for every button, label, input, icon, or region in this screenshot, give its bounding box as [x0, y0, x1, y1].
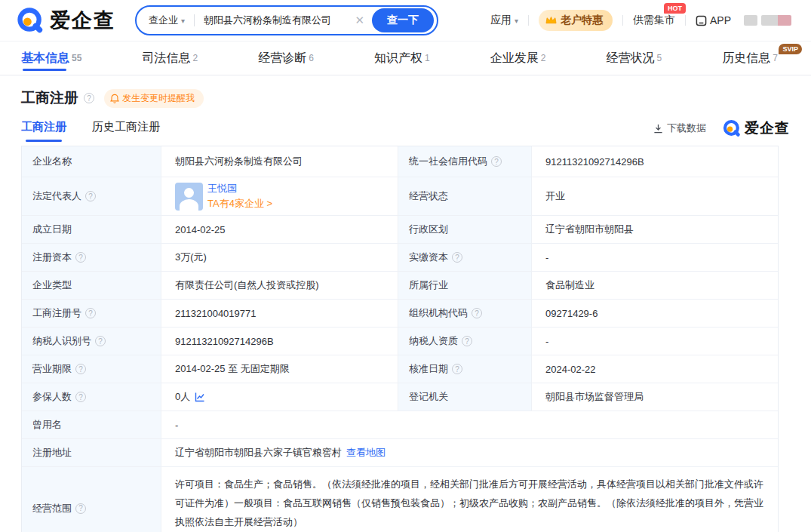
change-reminder-button[interactable]: 发生变更时提醒我	[104, 89, 204, 108]
related-companies-link[interactable]: TA有4家企业 >	[207, 197, 272, 211]
page-title: 工商注册	[21, 88, 78, 108]
chevron-down-icon: ▾	[515, 17, 518, 25]
trend-chart-icon[interactable]	[195, 392, 205, 402]
header-nav: 应用 ▾ 老户特惠 供需集市 HOT APP	[490, 10, 791, 31]
field-label: 核准日期?	[398, 355, 532, 383]
help-icon[interactable]: ?	[75, 392, 86, 402]
field-label: 纳税人资质?	[398, 328, 532, 355]
nav-app-label: APP	[710, 14, 731, 26]
tab-label: 知识产权	[374, 51, 422, 66]
help-icon[interactable]: ?	[85, 308, 96, 318]
search-category-dropdown[interactable]: 查企业 ▾	[149, 14, 185, 27]
help-icon[interactable]: ?	[452, 252, 462, 263]
table-row: 营业期限? 2014-02-25 至 无固定期限 核准日期? 2024-02-2…	[22, 355, 778, 383]
tab-label: 司法信息	[142, 51, 190, 66]
field-label: 工商注册号?	[22, 300, 161, 327]
nav-apps[interactable]: 应用 ▾	[490, 14, 518, 27]
field-label: 登记机关	[398, 383, 532, 411]
field-label: 曾用名	[22, 411, 161, 438]
help-icon[interactable]: ?	[75, 503, 86, 514]
view-map-link[interactable]: 查看地图	[346, 446, 386, 460]
nav-app[interactable]: APP	[696, 14, 731, 26]
registration-table: 企业名称 朝阳县六河粉条制造有限公司 统一社会信用代码? 91211321092…	[21, 146, 779, 532]
field-value: -	[161, 411, 778, 438]
help-icon[interactable]: ?	[472, 308, 482, 318]
field-label: 法定代表人?	[22, 177, 161, 215]
nav-market[interactable]: 供需集市 HOT	[633, 14, 675, 27]
tab-intellectual-property[interactable]: 知识产权 1	[374, 42, 430, 75]
legal-representative-cell: 王悦国 TA有4家企业 >	[161, 177, 398, 215]
crown-icon	[545, 16, 557, 25]
tab-count: 7	[773, 53, 778, 63]
field-label: 企业类型	[22, 272, 161, 299]
tab-label: 企业发展	[490, 51, 539, 66]
field-value: 3万(元)	[161, 244, 398, 271]
tab-operating-status[interactable]: 经营状况 5	[607, 42, 662, 75]
tab-history-info[interactable]: 历史信息 7 SVIP	[722, 42, 778, 75]
tab-count: 2	[541, 53, 546, 63]
table-row: 经营范围? 许可项目：食品生产；食品销售。（依法须经批准的项目，经相关部门批准后…	[22, 467, 778, 532]
help-icon[interactable]: ?	[84, 93, 94, 103]
watermark-logo: 爱企查	[723, 118, 790, 138]
field-value: 朝阳县市场监督管理局	[532, 383, 778, 411]
field-value: 食品制造业	[532, 272, 778, 299]
table-row: 成立日期 2014-02-25 行政区划 辽宁省朝阳市朝阳县	[22, 216, 778, 244]
field-value: 辽宁省朝阳市朝阳县	[532, 216, 778, 243]
search-button[interactable]: 查一下	[372, 8, 434, 32]
legal-representative-link[interactable]: 王悦国	[207, 182, 272, 195]
table-row: 企业类型 有限责任公司(自然人投资或控股) 所属行业 食品制造业	[22, 272, 778, 300]
field-value: 91211321092714296B	[532, 146, 778, 177]
field-value: -	[532, 244, 778, 271]
table-row: 纳税人识别号? 91211321092714296B 纳税人资质? -	[22, 328, 778, 355]
subtab-history-registration[interactable]: 历史工商注册	[92, 120, 160, 143]
help-icon[interactable]: ?	[85, 191, 96, 201]
search-divider	[194, 14, 195, 26]
clear-search-icon[interactable]: ✕	[355, 14, 364, 27]
help-icon[interactable]: ?	[75, 252, 86, 263]
app-icon	[696, 15, 707, 26]
field-label: 组织机构代码?	[398, 300, 532, 327]
table-row: 参保人数? 0人 登记机关 朝阳县市场监督管理局	[22, 383, 778, 411]
main-content: 工商注册 ? 发生变更时提醒我 工商注册 历史工商注册 下载数据	[0, 88, 811, 532]
avatar[interactable]	[175, 183, 203, 211]
field-value: 91211321092714296B	[161, 328, 398, 355]
tab-label: 经营状况	[607, 51, 655, 66]
field-value: -	[532, 328, 778, 355]
download-data-button[interactable]: 下载数据	[653, 121, 706, 135]
aiqicha-logo-text: 爱企查	[50, 7, 115, 34]
search-input[interactable]: 朝阳县六河粉条制造有限公司	[204, 14, 347, 27]
help-icon[interactable]: ?	[452, 364, 462, 374]
bell-icon	[110, 94, 119, 103]
download-icon	[653, 124, 663, 134]
table-row: 注册资本? 3万(元) 实缴资本? -	[22, 244, 778, 272]
change-reminder-label: 发生变更时提醒我	[122, 92, 195, 105]
main-tab-bar: 基本信息 55 司法信息 2 经营诊断 6 知识产权 1 企业发展 2 经营状况…	[0, 41, 811, 75]
help-icon[interactable]: ?	[491, 156, 502, 167]
tab-judicial-info[interactable]: 司法信息 2	[142, 42, 198, 75]
field-value: 许可项目：食品生产；食品销售。（依法须经批准的项目，经相关部门批准后方可开展经营…	[161, 467, 778, 532]
search-bar[interactable]: 查企业 ▾ 朝阳县六河粉条制造有限公司 ✕ 查一下	[135, 5, 438, 35]
tab-business-diagnosis[interactable]: 经营诊断 6	[258, 42, 314, 75]
help-icon[interactable]: ?	[462, 336, 472, 346]
field-label: 注册资本?	[22, 244, 161, 271]
field-label: 统一社会信用代码?	[398, 146, 532, 177]
field-value: 0人	[161, 383, 398, 411]
help-icon[interactable]: ?	[75, 364, 86, 374]
field-label: 注册地址	[22, 439, 161, 466]
field-label: 行政区划	[398, 216, 532, 243]
chevron-down-icon: ▾	[181, 17, 185, 25]
aiqicha-logo[interactable]: 爱企查	[17, 7, 115, 34]
top-header: 爱企查 查企业 ▾ 朝阳县六河粉条制造有限公司 ✕ 查一下 应用 ▾ 老户特惠 …	[0, 0, 811, 41]
tab-label: 基本信息	[21, 51, 69, 66]
tab-basic-info[interactable]: 基本信息 55	[21, 42, 81, 75]
help-icon[interactable]: ?	[95, 336, 106, 346]
subtab-registration[interactable]: 工商注册	[21, 120, 66, 143]
field-value: 朝阳县六河粉条制造有限公司	[161, 146, 398, 177]
nav-promo-pill[interactable]: 老户特惠	[539, 10, 613, 31]
tab-company-development[interactable]: 企业发展 2	[490, 42, 546, 75]
subtab-row: 工商注册 历史工商注册 下载数据 爱企查	[21, 118, 790, 144]
tab-label: 历史信息	[722, 51, 770, 66]
search-category-label: 查企业	[149, 14, 178, 27]
nav-apps-label: 应用	[490, 14, 511, 27]
watermark-logo-text: 爱企查	[745, 118, 790, 138]
